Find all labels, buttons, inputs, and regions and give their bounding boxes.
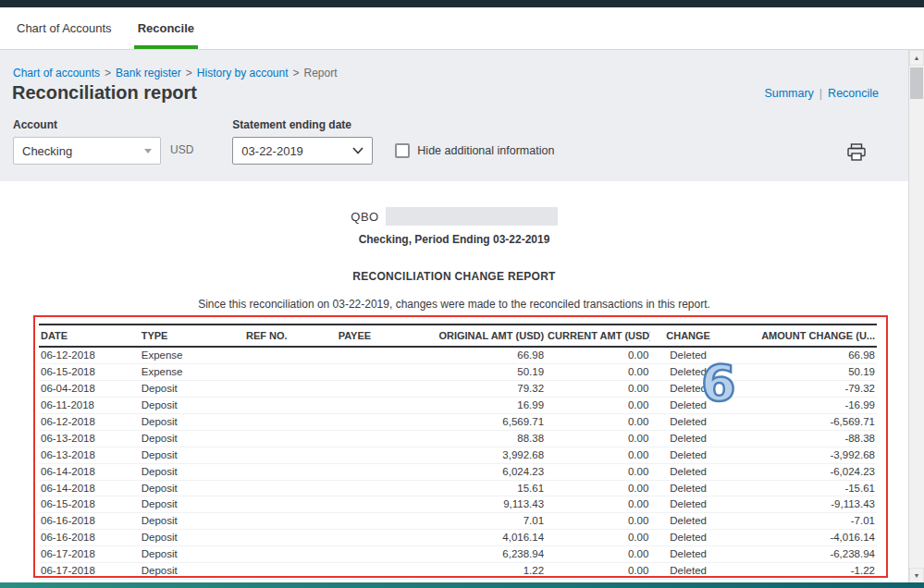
table-cell: Deposit [140,513,244,530]
table-cell: Deleted [650,413,726,430]
table-cell [244,397,337,413]
table-cell [337,463,429,480]
tab-bar: Chart of Accounts Reconcile [0,7,924,50]
column-header: DATE [39,325,140,347]
tab-reconcile[interactable]: Reconcile [125,7,207,49]
company-line: QBO [0,181,908,226]
table-cell: 6,024.23 [428,463,546,480]
table-cell [337,513,429,530]
report-subtitle: Checking, Period Ending 03-22-2019 [0,233,908,246]
table-cell: -3,992.68 [726,447,877,463]
table-cell [337,563,429,580]
table-cell: -4,016.14 [726,530,877,546]
breadcrumb-history-by-account[interactable]: History by account [197,67,289,80]
summary-link[interactable]: Summary [764,87,813,100]
table-cell: 7.01 [428,513,546,530]
table-cell: 50.19 [726,363,877,380]
scroll-up-button[interactable]: ▲ [909,50,924,66]
table-cell [244,480,337,496]
table-cell: Deleted [650,397,726,413]
table-cell: 0.00 [546,463,650,480]
table-cell: 0.00 [546,363,650,380]
title-row: Reconciliation report Summary|Reconcile [0,80,908,104]
column-header: CHANGE [650,325,726,347]
table-cell: 0.00 [546,430,650,447]
breadcrumb-report: Report [304,67,338,80]
table-cell: -6,238.94 [726,546,877,563]
table-header-row: DATETYPEREF NO.PAYEEORIGINAL AMT (USD)CU… [39,325,877,347]
table-row: 06-17-2018Deposit1.220.00Deleted-1.22 [39,563,877,580]
table-cell: 0.00 [546,480,650,496]
table-cell: 1.22 [428,563,546,580]
table-cell: Deposit [140,430,244,447]
breadcrumb-bank-register[interactable]: Bank register [116,67,181,80]
table-cell: 3,992.68 [428,447,546,463]
table-row: 06-15-2018Deposit9,113.430.00Deleted-9,1… [39,496,877,513]
table-cell: 06-16-2018 [39,530,140,546]
table-cell [337,413,429,430]
table-cell [337,546,429,563]
table-cell: Deposit [140,397,244,413]
checkbox-icon[interactable] [395,143,410,158]
table-cell: 6,569.71 [428,413,546,430]
table-cell: 06-16-2018 [39,513,140,530]
table-cell [244,413,337,430]
table-row: 06-15-2018Expense50.190.00Deleted50.19 [39,363,877,380]
table-cell: 06-14-2018 [39,480,140,496]
breadcrumb-chart-of-accounts[interactable]: Chart of accounts [13,67,100,80]
table-cell: 06-11-2018 [39,397,140,413]
table-cell: Deleted [650,480,726,496]
table-row: 06-11-2018Deposit16.990.00Deleted-16.99 [39,397,877,413]
currency-label: USD [170,143,193,156]
table-cell: 79.32 [428,380,546,397]
table-cell [244,563,337,580]
breadcrumb: Chart of accounts>Bank register>History … [0,50,908,80]
tab-chart-of-accounts[interactable]: Chart of Accounts [4,7,125,49]
hide-additional-info-checkbox[interactable]: Hide additional information [395,143,554,158]
account-select[interactable]: Checking [13,137,161,165]
table-cell: Deposit [140,496,244,513]
breadcrumb-separator: > [105,67,111,80]
table-cell [244,530,337,546]
statement-date-value: 03-22-2019 [241,144,303,158]
scrollbar-thumb[interactable] [910,67,923,99]
report-description: Since this reconciliation on 03-22-2019,… [0,298,908,311]
print-button[interactable] [847,143,866,161]
table-cell: 06-17-2018 [39,546,140,563]
table-cell: Deleted [650,463,726,480]
table-cell [244,546,337,563]
table-cell: 06-17-2018 [39,563,140,580]
table-cell: 0.00 [546,347,650,363]
column-header: TYPE [140,325,244,347]
hide-additional-info-label: Hide additional information [417,144,554,157]
table-cell [244,496,337,513]
table-cell [337,496,429,513]
table-row: 06-12-2018Expense66.980.00Deleted66.98 [39,347,877,363]
table-cell: Deposit [140,480,244,496]
table-cell [337,380,429,397]
table-cell [244,363,337,380]
table-cell: Deleted [650,513,726,530]
table-row: 06-14-2018Deposit6,024.230.00Deleted-6,0… [39,463,877,480]
table-cell: Deposit [140,563,244,580]
scroll-down-button[interactable]: ▼ [909,568,924,583]
table-cell: Expense [140,347,244,363]
table-row: 06-16-2018Deposit7.010.00Deleted-7.01 [39,513,877,530]
table-cell: Deleted [650,380,726,397]
table-cell: 06-14-2018 [39,463,140,480]
statement-date-select[interactable]: 03-22-2019 [232,137,373,165]
table-cell [337,363,429,380]
table-cell: 66.98 [428,347,546,363]
table-cell: -6,569.71 [726,413,877,430]
table-cell [337,480,429,496]
table-cell: 06-12-2018 [39,413,140,430]
table-cell: 0.00 [546,546,650,563]
main-content: Chart of accounts>Bank register>History … [0,50,908,582]
table-cell: -16.99 [726,397,877,413]
reconcile-link[interactable]: Reconcile [828,87,879,100]
table-cell: 06-13-2018 [39,430,140,447]
account-group: Account Checking [13,118,161,165]
table-cell: Deposit [140,463,244,480]
chevron-down-icon [352,147,363,154]
vertical-scrollbar[interactable]: ▲ ▼ [908,50,924,583]
